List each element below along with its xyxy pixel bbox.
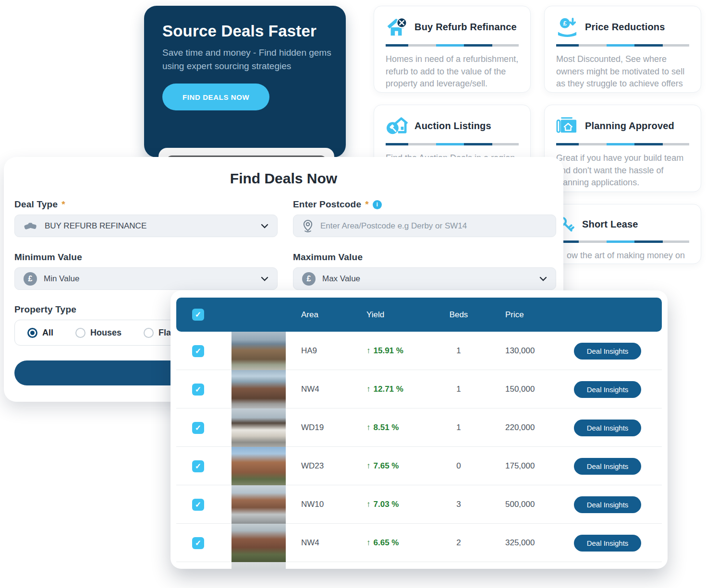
chevron-down-icon	[261, 224, 268, 228]
up-arrow-icon: ↑	[366, 461, 371, 471]
hero-card: Source Deals Faster Save time and money …	[144, 6, 346, 157]
up-arrow-icon: ↑	[366, 346, 371, 356]
up-arrow-icon: ↑	[366, 384, 371, 394]
row-checkbox[interactable]: ✓	[192, 460, 204, 472]
pound-icon: £	[302, 272, 316, 286]
page: Buy Refurb Refinance Homes in need of a …	[0, 0, 706, 588]
feature-card-price-reductions[interactable]: £ Price Reductions Most Discounted, See …	[544, 6, 701, 93]
radio-dot	[144, 328, 154, 338]
results-table: ✓ Area Yield Beds Price ✓ HA9 ↑15.91 % 1…	[170, 290, 668, 569]
feature-card-buy-refurb-refinance[interactable]: Buy Refurb Refinance Homes in need of a …	[374, 6, 531, 93]
deal-insights-button[interactable]: Deal Insights	[574, 458, 641, 475]
find-deals-now-button[interactable]: FIND DEALS NOW	[162, 84, 269, 110]
row-checkbox[interactable]: ✓	[192, 422, 204, 434]
postcode-label: Enter Postcode* i	[293, 199, 382, 210]
row-checkbox[interactable]: ✓	[192, 384, 204, 396]
blueprint-icon	[556, 116, 578, 136]
beds-cell: 1	[430, 346, 487, 356]
svg-text:£: £	[563, 20, 567, 27]
handshake-icon	[24, 220, 38, 232]
feature-title: Price Reductions	[585, 22, 665, 33]
table-row: ✓ WD19 ↑8.51 % 1 220,000 Deal Insights	[176, 408, 662, 447]
area-cell: HA9	[301, 346, 366, 356]
price-cell: 175,000	[487, 461, 569, 471]
beds-cell: 1	[430, 384, 487, 394]
header-area: Area	[301, 310, 366, 320]
deal-insights-button[interactable]: Deal Insights	[574, 496, 641, 513]
feature-card-short-lease[interactable]: Short Lease ow the art of making money o…	[544, 204, 701, 264]
row-checkbox[interactable]: ✓	[192, 345, 204, 357]
hero-subtitle: Save time and money - Find hidden gems u…	[162, 46, 331, 73]
deal-type-value: BUY REFURB REFINANCE	[45, 221, 254, 231]
info-icon[interactable]: i	[373, 200, 382, 209]
radio-dot	[75, 328, 85, 338]
property-type-label: Property Type	[14, 304, 76, 315]
min-value-text: Min Value	[44, 274, 254, 284]
table-row-partial	[176, 562, 662, 569]
property-photo	[231, 524, 286, 562]
deal-insights-button[interactable]: Deal Insights	[574, 343, 641, 360]
max-value-label: Maximum Value	[293, 252, 363, 263]
up-arrow-icon: ↑	[366, 538, 371, 548]
yield-cell: ↑7.03 %	[366, 500, 430, 509]
yield-cell: ↑8.51 %	[366, 423, 430, 432]
beds-cell: 2	[430, 538, 487, 548]
feature-title: Planning Approved	[585, 120, 674, 132]
feature-description: ow the art of making money on	[556, 250, 689, 262]
max-value-select[interactable]: £ Max Value	[293, 267, 556, 290]
postcode-input[interactable]	[320, 221, 547, 231]
property-photo	[231, 562, 286, 569]
max-value-text: Max Value	[322, 274, 533, 284]
beds-cell: 3	[430, 500, 487, 509]
table-row: ✓ NW10 ↑7.03 % 3 500,000 Deal Insights	[176, 485, 662, 524]
price-cell: 325,000	[487, 538, 569, 548]
min-value-label: Minimum Value	[14, 252, 82, 263]
location-pin-icon	[302, 218, 314, 234]
feature-description: Homes in need of a refurbishment, refurb…	[386, 53, 519, 90]
price-cell: 220,000	[487, 423, 569, 432]
table-header: ✓ Area Yield Beds Price	[176, 298, 662, 332]
table-row: ✓ NW4 ↑6.65 % 2 325,000 Deal Insights	[176, 524, 662, 562]
price-cell: 150,000	[487, 384, 569, 394]
radio-houses[interactable]: Houses	[75, 328, 122, 338]
required-asterisk: *	[365, 199, 369, 210]
deal-insights-button[interactable]: Deal Insights	[574, 381, 641, 398]
price-reduction-icon: £	[556, 17, 578, 37]
feature-title: Short Lease	[582, 219, 638, 230]
chevron-down-icon	[261, 276, 268, 281]
up-arrow-icon: ↑	[366, 423, 371, 432]
chevron-down-icon	[539, 276, 547, 281]
feature-title: Auction Listings	[414, 120, 491, 132]
property-photo	[231, 408, 286, 447]
area-cell: NW4	[301, 538, 366, 548]
feature-divider	[556, 240, 689, 243]
deal-insights-button[interactable]: Deal Insights	[574, 420, 641, 436]
area-cell: NW10	[301, 500, 366, 509]
feature-card-planning-approved[interactable]: Planning Approved Great if you have your…	[544, 105, 701, 192]
property-photo	[231, 485, 286, 524]
property-photo	[231, 370, 286, 408]
beds-cell: 1	[430, 423, 487, 432]
select-all-checkbox[interactable]: ✓	[192, 309, 204, 321]
min-value-select[interactable]: £ Min Value	[14, 267, 278, 290]
table-row: ✓ WD23 ↑7.65 % 0 175,000 Deal Insights	[176, 447, 662, 485]
required-asterisk: *	[61, 199, 65, 210]
header-price: Price	[487, 310, 569, 320]
deal-type-label: Deal Type*	[14, 199, 65, 210]
row-checkbox[interactable]: ✓	[192, 499, 204, 511]
radio-all[interactable]: All	[27, 328, 53, 338]
property-photo	[231, 447, 286, 485]
area-cell: WD23	[301, 461, 366, 471]
property-photo	[231, 332, 286, 370]
gavel-house-icon	[386, 116, 408, 136]
radio-dot	[27, 328, 37, 338]
up-arrow-icon: ↑	[366, 500, 371, 509]
row-checkbox[interactable]: ✓	[192, 537, 204, 549]
deal-insights-button[interactable]: Deal Insights	[574, 535, 641, 552]
header-yield: Yield	[366, 310, 430, 320]
yield-cell: ↑12.71 %	[366, 384, 430, 394]
house-tools-icon	[386, 17, 408, 37]
pound-icon: £	[24, 272, 37, 286]
beds-cell: 0	[430, 461, 487, 471]
deal-type-select[interactable]: BUY REFURB REFINANCE	[14, 215, 278, 237]
